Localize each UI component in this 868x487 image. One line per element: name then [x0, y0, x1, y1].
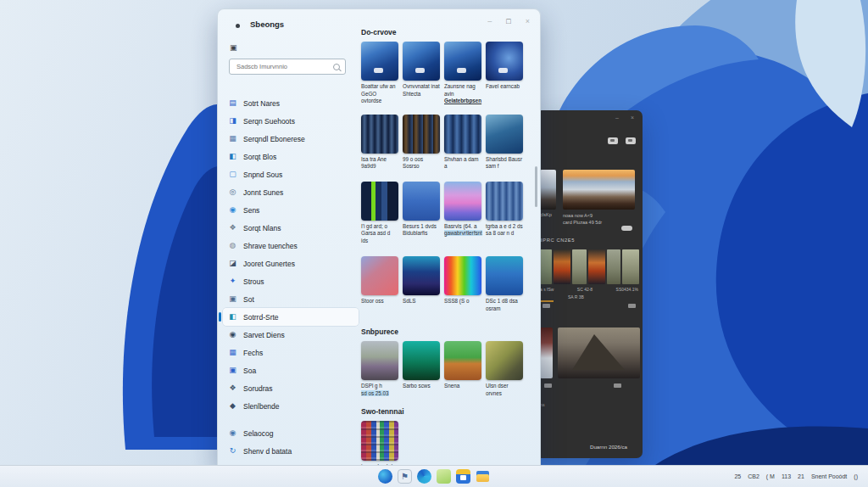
file-explorer-icon[interactable]	[476, 469, 490, 484]
theme-thumbnail[interactable]	[486, 42, 523, 81]
photos-minimize-button[interactable]: –	[615, 115, 619, 120]
tray-notifications-icon[interactable]: ()	[854, 473, 858, 479]
start-icon[interactable]	[378, 469, 392, 484]
photo-thumbnail[interactable]	[558, 327, 640, 378]
theme-thumbnail[interactable]	[486, 256, 523, 295]
theme-thumbnail[interactable]	[361, 182, 398, 221]
photo-thumbnail[interactable]	[607, 249, 620, 284]
sidebar-item-18[interactable]: ◉Selaocog	[223, 424, 359, 442]
sidebar-item-4[interactable]: ▢Snpnd Sous	[223, 165, 359, 183]
back-button[interactable]	[236, 24, 240, 28]
theme-tile[interactable]: Favel earncab	[486, 42, 523, 105]
photo-thumbnail[interactable]	[540, 170, 556, 210]
theme-thumbnail[interactable]	[444, 182, 481, 221]
tray-chevron-icon[interactable]: 25	[734, 473, 741, 479]
badge-icon[interactable]	[544, 383, 552, 388]
sidebar-item-0[interactable]: ▤Sotrt Nares	[223, 94, 359, 112]
theme-thumbnail[interactable]	[361, 115, 398, 154]
sidebar-item-13[interactable]: ◉Sarvet Diens	[223, 326, 359, 344]
sidebar-item-12-selected[interactable]: ◧Sotrrd-Srte	[223, 308, 359, 326]
store-icon[interactable]	[456, 469, 470, 484]
sidebar-item-19[interactable]: ↻Shenv d batata	[223, 442, 359, 460]
theme-tile[interactable]: Zaunsne nag avinGelatebrbpsen	[444, 42, 481, 105]
badge-icon[interactable]	[542, 304, 550, 308]
theme-tile[interactable]: DSc 1 d8 dsaosram	[486, 256, 523, 312]
search-input[interactable]	[235, 62, 333, 71]
sidebar-item-2[interactable]: ▦Serqndl Ebonerese	[223, 130, 359, 148]
theme-tile[interactable]: 99 o oosSosrso	[403, 115, 440, 171]
theme-tile[interactable]: Shvhan a dam a	[444, 115, 481, 171]
theme-thumbnail[interactable]	[361, 421, 398, 461]
sidebar-item-3[interactable]: ◧Sorqt Blos	[223, 148, 359, 165]
theme-thumbnail[interactable]	[444, 256, 481, 295]
theme-thumbnail[interactable]	[361, 42, 398, 81]
photo-thumbnail[interactable]	[554, 249, 570, 284]
tray-clock[interactable]: Snent Pooódt	[811, 473, 847, 479]
theme-tile[interactable]: I'i gd ard; oGarsa asd d ids	[361, 182, 398, 245]
theme-thumbnail[interactable]	[403, 115, 440, 154]
theme-tile[interactable]: SSS8 (S o	[444, 256, 481, 312]
photo-thumbnail[interactable]	[540, 249, 552, 284]
theme-tile[interactable]: Isa tra Ane9a9d9	[361, 115, 398, 171]
minimize-button[interactable]: –	[487, 17, 492, 25]
theme-thumbnail[interactable]	[403, 341, 440, 380]
tray-volume-icon[interactable]: ( M	[766, 473, 775, 479]
photo-thumbnail[interactable]	[563, 170, 635, 210]
photos-close-button[interactable]: ×	[631, 115, 634, 120]
edge-browser-icon[interactable]	[417, 469, 431, 484]
maximize-button[interactable]: □	[506, 17, 510, 25]
tray-language-indicator[interactable]: CB2	[748, 473, 760, 479]
theme-thumbnail[interactable]	[444, 341, 481, 380]
sidebar-item-17[interactable]: ◆Slenlbende	[223, 397, 359, 415]
sidebar-item-16[interactable]: ❖Sorudras	[223, 379, 359, 397]
sidebar-item-7[interactable]: ❖Sorqt Nlans	[223, 219, 359, 237]
grid-icon[interactable]	[626, 137, 636, 144]
photo-thumbnail[interactable]	[622, 249, 639, 284]
sidebar-item-11[interactable]: ▣Sot	[223, 290, 359, 308]
theme-tile[interactable]: Besurs 1 dvdsBidublarfis	[403, 182, 440, 245]
theme-thumbnail[interactable]	[403, 42, 440, 81]
theme-tile[interactable]: Boattar ufw anGeGO ovtordse	[361, 42, 398, 105]
theme-thumbnail[interactable]	[486, 115, 523, 154]
sidebar-item-10[interactable]: ✦Strous	[223, 272, 359, 290]
theme-thumbnail[interactable]	[361, 341, 398, 380]
mail-icon[interactable]: ⚑	[398, 469, 412, 484]
theme-tile[interactable]: Snena	[444, 341, 481, 397]
badge-icon[interactable]	[628, 304, 636, 308]
theme-tile[interactable]: Ovnvvnatat inatShtecta	[403, 42, 440, 105]
scrollbar[interactable]	[535, 166, 537, 207]
theme-tile[interactable]: SdLS	[403, 256, 440, 312]
theme-thumbnail[interactable]	[403, 182, 440, 221]
theme-tile[interactable]: tgrba a e d 2 dssa 8 oar n d	[486, 182, 523, 245]
theme-thumbnail[interactable]	[403, 256, 440, 295]
tray-network-icon[interactable]: 113	[782, 473, 791, 479]
theme-tile[interactable]: Ulsn dserorvnes	[486, 341, 523, 397]
theme-thumbnail[interactable]	[486, 182, 523, 221]
sidebar-item-9[interactable]: ◪Jooret Gunertes	[223, 255, 359, 272]
sidebar-item-8[interactable]: ◍Shrave tuenches	[223, 237, 359, 255]
theme-thumbnail[interactable]	[444, 115, 481, 154]
sidebar-item-14[interactable]: ▦Fechs	[223, 344, 359, 361]
photo-thumbnail[interactable]	[540, 327, 553, 378]
theme-thumbnail[interactable]	[486, 341, 523, 380]
toggle-pill-icon[interactable]	[621, 226, 632, 231]
close-button[interactable]: ×	[526, 17, 530, 25]
search-box[interactable]	[229, 59, 346, 75]
monitor-icon[interactable]	[608, 137, 618, 144]
theme-tile[interactable]: DSPl g hsd os 25.03	[361, 341, 398, 397]
theme-tile[interactable]: Stoor oss	[361, 256, 398, 312]
theme-thumbnail[interactable]	[444, 42, 481, 81]
widgets-icon[interactable]	[437, 469, 451, 484]
sidebar-item-5[interactable]: ◎Jonnt Sunes	[223, 183, 359, 201]
tray-battery-icon[interactable]: 21	[798, 473, 804, 479]
sidebar-item-1[interactable]: ◨Serqn Suehoots	[223, 112, 359, 130]
photo-thumbnail[interactable]	[588, 249, 605, 284]
sidebar-item-15[interactable]: ▣Soa	[223, 361, 359, 379]
account-icon[interactable]: ▣	[230, 43, 237, 52]
theme-tile[interactable]: Sharlsbd Bausrsam f	[486, 115, 523, 171]
badge-icon[interactable]	[614, 383, 621, 388]
theme-tile[interactable]: Basrvls (64. agawabrvrtlerfsnt	[444, 182, 481, 245]
photo-thumbnail[interactable]	[572, 249, 587, 284]
theme-tile[interactable]: Sarbo scws	[403, 341, 440, 397]
theme-thumbnail[interactable]	[361, 256, 398, 295]
